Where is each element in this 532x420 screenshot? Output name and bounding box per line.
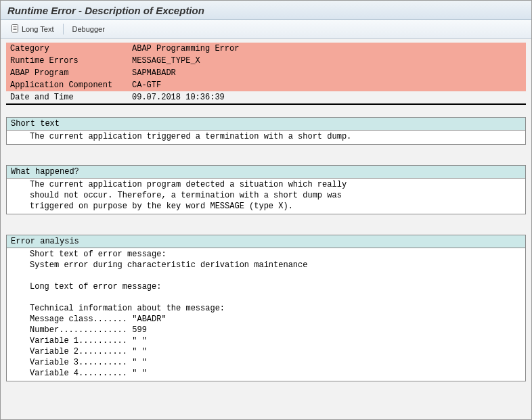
header-row: ABAP ProgramSAPMABADR bbox=[6, 67, 526, 79]
content-area: CategoryABAP Programming ErrorRuntime Er… bbox=[1, 39, 531, 386]
text-line: should not occur. Therefore, a terminati… bbox=[7, 190, 525, 201]
debugger-label: Debugger bbox=[72, 25, 105, 33]
section-header: Error analysis bbox=[7, 235, 525, 248]
text-line: The current application program detected… bbox=[7, 179, 525, 190]
text-line bbox=[7, 271, 525, 281]
page-title: Runtime Error - Description of Exception bbox=[7, 5, 525, 16]
header-label: Date and Time bbox=[6, 91, 128, 104]
text-line: The current application triggered a term… bbox=[7, 131, 525, 142]
header-value: ABAP Programming Error bbox=[128, 43, 526, 55]
text-line: Short text of error message: bbox=[7, 249, 525, 260]
debugger-button[interactable]: Debugger bbox=[68, 24, 109, 34]
section-body: The current application triggered a term… bbox=[7, 131, 525, 144]
section-header: Short text bbox=[7, 118, 525, 131]
header-row: Date and Time09.07.2018 10:36:39 bbox=[6, 91, 526, 104]
text-line bbox=[7, 292, 525, 303]
section-body: The current application program detected… bbox=[7, 179, 525, 214]
toolbar: Long Text Debugger bbox=[1, 20, 531, 39]
header-table: CategoryABAP Programming ErrorRuntime Er… bbox=[6, 43, 526, 105]
header-label: Runtime Errors bbox=[6, 55, 128, 67]
header-row: CategoryABAP Programming Error bbox=[6, 43, 526, 55]
text-line: Long text of error message: bbox=[7, 281, 525, 292]
section-body: Short text of error message:System error… bbox=[7, 248, 525, 381]
header-value: CA-GTF bbox=[128, 79, 526, 91]
title-bar: Runtime Error - Description of Exception bbox=[1, 1, 531, 20]
header-row: Runtime ErrorsMESSAGE_TYPE_X bbox=[6, 55, 526, 67]
text-line: Technical information about the message: bbox=[7, 303, 525, 314]
text-line: triggered on purpose by the key word MES… bbox=[7, 201, 525, 212]
text-line: Message class....... "ABADR" bbox=[7, 314, 525, 325]
long-text-label: Long Text bbox=[22, 25, 54, 33]
header-label: Category bbox=[6, 43, 128, 55]
section-error-analysis: Error analysis Short text of error messa… bbox=[6, 235, 526, 381]
text-line: System error during characteristic deriv… bbox=[7, 260, 525, 271]
header-label: ABAP Program bbox=[6, 67, 128, 79]
text-line: Variable 1.......... " " bbox=[7, 335, 525, 346]
header-value: MESSAGE_TYPE_X bbox=[128, 55, 526, 67]
header-value: SAPMABADR bbox=[128, 67, 526, 79]
text-line: Variable 2.......... " " bbox=[7, 346, 525, 357]
section-header: What happened? bbox=[7, 166, 525, 179]
header-label: Application Component bbox=[6, 79, 128, 91]
text-line: Variable 3.......... " " bbox=[7, 357, 525, 368]
document-icon bbox=[10, 24, 20, 34]
toolbar-separator bbox=[63, 24, 64, 34]
section-what-happened: What happened? The current application p… bbox=[6, 165, 526, 214]
text-line: Variable 4.......... " " bbox=[7, 368, 525, 379]
long-text-button[interactable]: Long Text bbox=[6, 22, 58, 36]
text-line: Number.............. 599 bbox=[7, 325, 525, 335]
section-short-text: Short text The current application trigg… bbox=[6, 117, 526, 145]
header-row: Application ComponentCA-GTF bbox=[6, 79, 526, 91]
header-value: 09.07.2018 10:36:39 bbox=[128, 91, 526, 104]
